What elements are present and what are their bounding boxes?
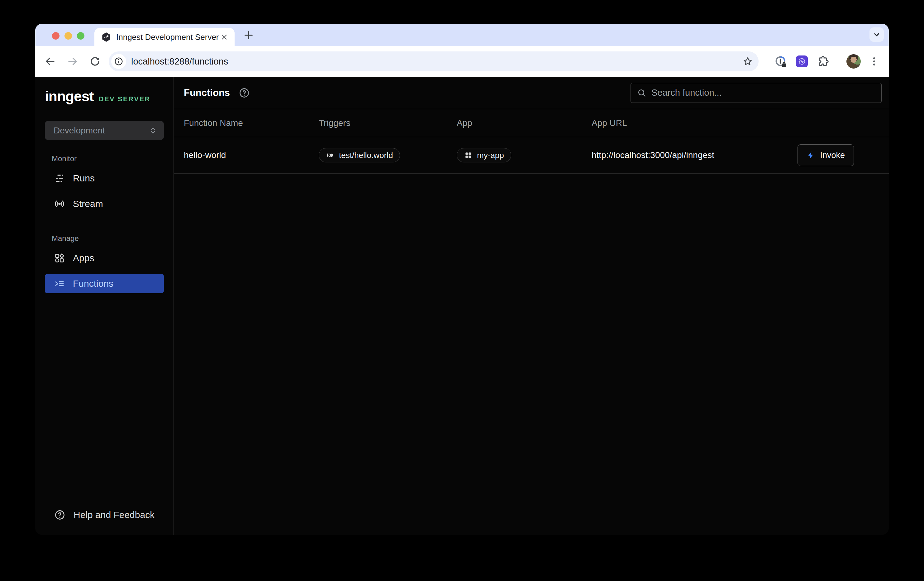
- browser-toolbar: localhost:8288/functions: [35, 46, 889, 77]
- help-circle-icon: [54, 509, 65, 521]
- sidebar-item-label: Stream: [73, 199, 103, 209]
- password-manager-extension-icon[interactable]: [775, 55, 787, 67]
- browser-menu-icon[interactable]: [869, 56, 879, 67]
- minimize-window-button[interactable]: [64, 32, 72, 40]
- site-info-chip[interactable]: [111, 54, 126, 69]
- maximize-window-button[interactable]: [77, 32, 84, 40]
- sidebar-section-manage: Manage: [52, 234, 164, 243]
- apps-icon: [54, 253, 65, 263]
- functions-icon: [54, 278, 65, 289]
- sidebar-item-label: Apps: [73, 253, 94, 263]
- search-icon: [637, 88, 647, 98]
- forward-icon[interactable]: [67, 56, 78, 67]
- environment-select[interactable]: Development: [45, 121, 164, 140]
- sidebar-item-functions[interactable]: Functions: [45, 274, 164, 293]
- column-app-url: App URL: [592, 118, 889, 128]
- runs-icon: [54, 173, 65, 184]
- tab-strip: Inngest Development Server: [35, 24, 889, 46]
- sidebar-item-apps[interactable]: Apps: [45, 248, 164, 268]
- inngest-favicon: [101, 32, 111, 42]
- main-panel: Functions Function Name Triggers: [174, 77, 889, 535]
- column-triggers: Triggers: [319, 118, 457, 128]
- help-and-feedback[interactable]: Help and Feedback: [45, 509, 164, 521]
- app-grid-icon: [464, 151, 473, 160]
- function-search[interactable]: [630, 83, 882, 103]
- invoke-label: Invoke: [820, 151, 845, 160]
- address-bar[interactable]: localhost:8288/functions: [109, 51, 759, 71]
- window-controls: [52, 32, 84, 40]
- page-content: inngest DEV SERVER Development Monitor R…: [35, 77, 889, 535]
- browser-tab[interactable]: Inngest Development Server: [94, 28, 234, 46]
- app-url: http://localhost:3000/api/inngest: [592, 150, 714, 160]
- reload-icon[interactable]: [89, 56, 101, 67]
- column-function-name: Function Name: [184, 118, 319, 128]
- sidebar-item-runs[interactable]: Runs: [45, 169, 164, 188]
- close-window-button[interactable]: [52, 32, 59, 40]
- globe-emblem-icon: [797, 57, 806, 66]
- sidebar-item-label: Runs: [73, 173, 95, 184]
- page-title: Functions: [184, 87, 230, 98]
- tab-close-icon[interactable]: [220, 33, 228, 41]
- inngest-wordmark: inngest: [45, 88, 94, 105]
- profile-avatar[interactable]: [846, 54, 861, 69]
- url-text[interactable]: localhost:8288/functions: [131, 56, 742, 67]
- sidebar-section-monitor: Monitor: [52, 154, 164, 163]
- function-name[interactable]: hello-world: [184, 150, 319, 160]
- sidebar-item-stream[interactable]: Stream: [45, 194, 164, 214]
- toolbar-separator: [838, 55, 838, 67]
- functions-help-icon[interactable]: [239, 87, 250, 98]
- invoke-button[interactable]: Invoke: [797, 144, 854, 166]
- sidebar-item-label: Functions: [73, 278, 114, 289]
- back-icon[interactable]: [45, 56, 56, 67]
- bookmark-star-icon[interactable]: [742, 56, 753, 67]
- trigger-name: test/hello.world: [339, 151, 393, 160]
- new-tab-button[interactable]: [243, 30, 254, 41]
- unfold-chevrons-icon: [148, 126, 158, 135]
- extensions-puzzle-icon[interactable]: [817, 55, 829, 67]
- app-name: my-app: [477, 151, 504, 160]
- dev-server-badge: DEV SERVER: [99, 95, 150, 103]
- event-trigger-icon: [326, 151, 335, 160]
- purple-extension-icon[interactable]: [796, 55, 808, 67]
- sidebar: inngest DEV SERVER Development Monitor R…: [35, 77, 174, 535]
- search-input[interactable]: [652, 88, 875, 98]
- tab-search-chevron-button[interactable]: [870, 27, 884, 42]
- browser-window: Inngest Development Server: [35, 24, 889, 535]
- environment-select-value: Development: [54, 126, 148, 136]
- logo: inngest DEV SERVER: [45, 88, 164, 105]
- table-row[interactable]: hello-world test/hello.world: [174, 137, 889, 174]
- main-header: Functions: [174, 77, 889, 109]
- table-header: Function Name Triggers App App URL: [174, 109, 889, 137]
- stream-icon: [54, 199, 65, 209]
- tab-title: Inngest Development Server: [116, 32, 220, 42]
- help-label: Help and Feedback: [74, 510, 155, 520]
- info-icon: [114, 57, 123, 66]
- app-badge: my-app: [457, 148, 511, 162]
- lightning-bolt-icon: [807, 151, 815, 160]
- chevron-down-icon: [872, 30, 881, 39]
- trigger-badge: test/hello.world: [319, 148, 400, 162]
- column-app: App: [457, 118, 592, 128]
